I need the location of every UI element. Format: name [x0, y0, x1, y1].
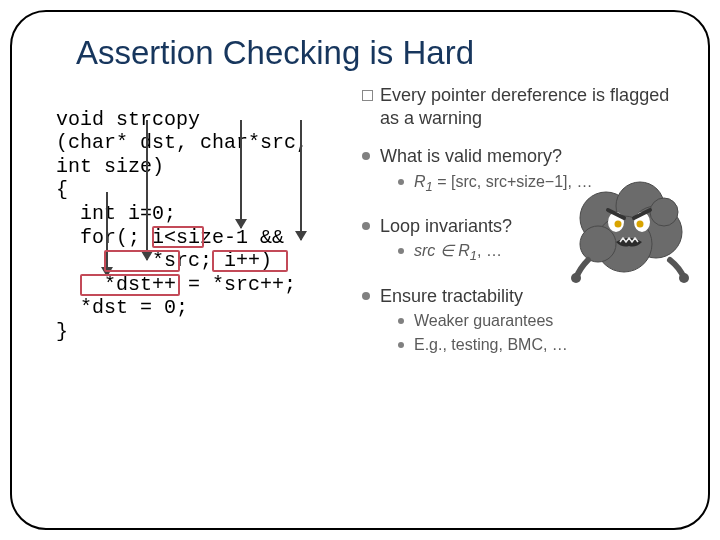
code-line: *dst = 0; [56, 296, 188, 319]
math-src-rest: , … [477, 242, 502, 259]
code-line: int i=0; [56, 202, 176, 225]
math-src-sub: 1 [470, 249, 477, 264]
math-r-rest: = [src, src+size−1], … [433, 173, 593, 190]
content-row: void strcopy (char* dst, char*src, int s… [56, 84, 680, 530]
svg-point-10 [571, 273, 581, 283]
code-line: void strcopy [56, 108, 200, 131]
svg-point-4 [580, 226, 616, 262]
svg-point-8 [615, 221, 622, 228]
box-star-src-cond [152, 226, 204, 248]
angry-cloud-icon [570, 168, 690, 284]
code-line: } [56, 320, 68, 343]
bullet-column: Every pointer dereference is flagged as … [362, 84, 680, 530]
math-r-sub: 1 [426, 179, 433, 194]
box-star-src-assign [212, 250, 288, 272]
arrow-size-param [300, 120, 302, 240]
slide-title: Assertion Checking is Hard [76, 34, 680, 72]
bullet-text: Loop invariants? [380, 216, 512, 236]
code-line: (char* dst, char*src, [56, 131, 308, 154]
bullet-warning: Every pointer dereference is flagged as … [362, 84, 680, 129]
subbullet-eg: E.g., testing, BMC, … [380, 335, 680, 355]
bullet-text: What is valid memory? [380, 146, 562, 166]
svg-point-5 [650, 198, 678, 226]
math-src: src ∈ R [414, 242, 470, 259]
bullet-text: Ensure tractability [380, 286, 523, 306]
arrow-dst-param [146, 120, 148, 260]
math-r: R [414, 173, 426, 190]
box-star-dst-zero [80, 274, 180, 296]
code-block: void strcopy (char* dst, char*src, int s… [56, 84, 354, 530]
svg-point-9 [637, 221, 644, 228]
box-star-dst-assign [104, 250, 180, 272]
code-line: { [56, 178, 68, 201]
bullet-text: Every pointer dereference is flagged as … [380, 85, 669, 128]
bullet-tractability: Ensure tractability Weaker guarantees E.… [362, 285, 680, 356]
svg-point-11 [679, 273, 689, 283]
subbullet-weaker: Weaker guarantees [380, 311, 680, 331]
arrow-src-param [240, 120, 242, 228]
slide-frame: Assertion Checking is Hard void strcopy … [10, 10, 710, 530]
